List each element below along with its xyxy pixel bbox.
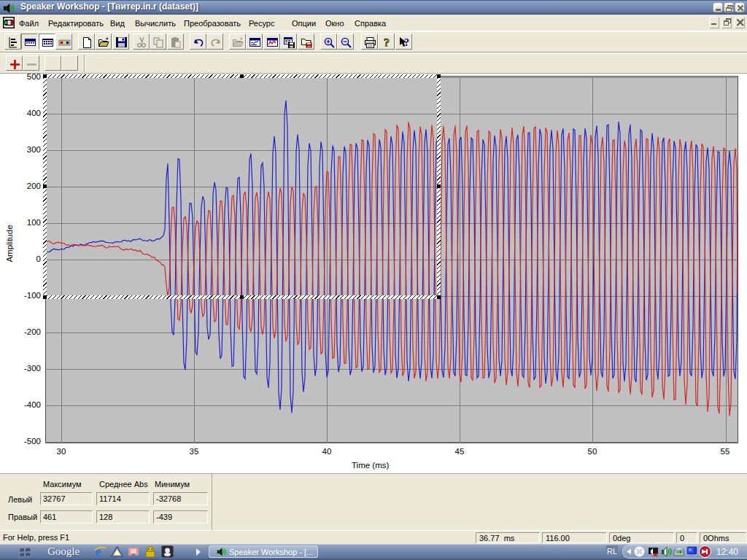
svg-text:?: ? [404,37,409,48]
svg-text:?: ? [384,36,390,49]
